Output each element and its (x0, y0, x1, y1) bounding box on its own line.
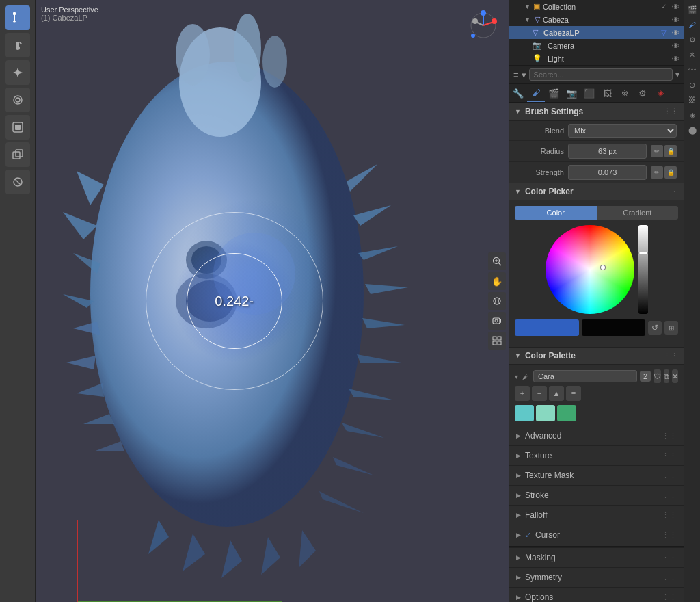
radius-pen-icon[interactable]: ✏ (651, 145, 663, 157)
svg-point-55 (472, 18, 478, 24)
outliner-collection[interactable]: ▼ ▣ Collection ✓ 👁 (509, 0, 684, 13)
palette-shield-btn[interactable]: 🛡 (654, 369, 661, 383)
outliner-cabezalp[interactable]: ▽ CabezaLP ▽ 👁 (509, 26, 684, 39)
viewport[interactable]: User Perspective (1) CabezaLP (36, 0, 509, 602)
tab-gradient[interactable]: Gradient (597, 206, 679, 220)
masking-header[interactable]: ▶ Masking ⋮⋮ (509, 548, 684, 567)
color-picker-dots: ⋮⋮ (663, 187, 678, 196)
color-picker-header[interactable]: ▼ Color Picker ⋮⋮ (509, 183, 684, 200)
stroke-header[interactable]: ▶ Stroke ⋮⋮ (509, 486, 684, 505)
texture-mask-header[interactable]: ▶ Texture Mask ⋮⋮ (509, 466, 684, 485)
masking-label: Masking (525, 553, 556, 562)
falloff-header[interactable]: ▶ Falloff ⋮⋮ (509, 506, 684, 525)
clone-tool[interactable] (5, 142, 30, 167)
outliner-light[interactable]: 💡 Light 👁 (509, 52, 684, 65)
color-action-button[interactable]: ⊞ (664, 321, 678, 335)
zoom-tool[interactable] (488, 252, 506, 270)
options-header[interactable]: ▶ Options ⋮⋮ (509, 588, 684, 602)
camera-eye[interactable]: 👁 (672, 42, 679, 50)
tab-particles[interactable]: ※ (616, 84, 634, 102)
paint-brush-tool[interactable] (5, 5, 30, 30)
strength-lock-icon[interactable]: 🔒 (664, 166, 677, 179)
color-wheel[interactable] (546, 225, 634, 314)
tab-scene[interactable]: 🎬 (545, 84, 563, 102)
search-input[interactable] (529, 68, 673, 81)
cursor-check[interactable]: ✓ (525, 531, 531, 540)
palette-color-3[interactable] (557, 405, 576, 421)
radius-label: Radius (516, 147, 564, 155)
outliner-cabeza[interactable]: ▼ ▽ Cabeza 👁 (509, 13, 684, 26)
tab-render[interactable]: 📷 (563, 84, 580, 102)
cursor-header[interactable]: ▶ ✓ Cursor ⋮⋮ (509, 525, 684, 545)
side-paint-icon[interactable]: 🖌 (686, 18, 699, 31)
filter-icon[interactable]: ▾ (522, 70, 526, 80)
fill-tool[interactable] (5, 115, 30, 140)
light-eye[interactable]: 👁 (672, 55, 679, 63)
palette-remove-btn[interactable]: − (532, 386, 547, 401)
palette-add-btn[interactable]: + (515, 386, 530, 401)
side-constraints-icon[interactable]: ⛓ (686, 93, 699, 107)
blend-select[interactable]: Mix Multiply Add (568, 124, 677, 138)
tab-physics[interactable]: ⚙ (634, 84, 651, 102)
brush-settings-header[interactable]: ▼ Brush Settings ⋮⋮ (509, 103, 684, 121)
cabeza-eye[interactable]: 👁 (672, 16, 679, 24)
svg-rect-69 (498, 341, 501, 345)
cabezalp-eye[interactable]: 👁 (672, 29, 679, 37)
search-dropdown[interactable]: ▾ (675, 70, 679, 79)
outliner-eye[interactable]: 👁 (672, 3, 679, 11)
color-swatches-row: ↺ ⊞ (515, 319, 678, 336)
strength-pen-icon[interactable]: ✏ (651, 166, 663, 179)
tab-data[interactable]: ◈ (651, 84, 669, 102)
tab-active[interactable]: 🖌 (527, 84, 545, 102)
secondary-color-swatch[interactable] (582, 319, 646, 336)
palette-list-btn[interactable]: ≡ (566, 386, 581, 401)
strength-field[interactable]: 0.073 (568, 165, 647, 180)
cabezalp-filter[interactable]: ▽ (661, 29, 667, 36)
texture-header[interactable]: ▶ Texture ⋮⋮ (509, 446, 684, 465)
advanced-header[interactable]: ▶ Advanced ⋮⋮ (509, 426, 684, 445)
expand-arrow-2[interactable]: ▼ (524, 16, 530, 23)
radius-field[interactable]: 63 px (568, 144, 647, 159)
view-icon[interactable]: ≡ (513, 70, 519, 80)
sculpt-tool[interactable] (5, 60, 30, 85)
expand-arrow[interactable]: ▼ (524, 3, 530, 10)
palette-color-1[interactable] (515, 405, 534, 421)
grid-tool[interactable] (488, 332, 506, 350)
blend-label: Blend (516, 127, 564, 135)
dropper-tool[interactable] (5, 33, 30, 57)
palette-dropdown-icon[interactable]: ▾ (515, 373, 518, 380)
palette-color-2[interactable] (536, 405, 555, 421)
side-particles-icon[interactable]: ※ (686, 48, 699, 62)
side-modifier-icon[interactable]: ⚙ (686, 33, 699, 47)
side-render-icon[interactable]: 🎬 (686, 3, 699, 16)
color-swap-button[interactable]: ↺ (648, 321, 662, 335)
palette-copy-btn[interactable]: ⧉ (664, 369, 669, 383)
tab-view[interactable]: 🖼 (598, 84, 616, 102)
palette-close-btn[interactable]: ✕ (672, 369, 678, 383)
smooth-tool[interactable] (5, 88, 30, 112)
side-data-icon[interactable]: ◈ (686, 108, 699, 122)
primary-color-swatch[interactable] (515, 319, 579, 336)
strength-row: Strength 0.073 ✏ 🔒 (509, 162, 684, 183)
tab-tools[interactable]: 🔧 (509, 84, 527, 102)
symmetry-header[interactable]: ▶ Symmetry ⋮⋮ (509, 568, 684, 587)
pan-tool[interactable]: ✋ (488, 272, 506, 290)
side-physics-icon[interactable]: 〰 (686, 63, 699, 77)
tab-color[interactable]: Color (515, 206, 597, 220)
erase-tool[interactable] (5, 170, 30, 194)
side-object-icon[interactable]: ⊙ (686, 78, 699, 92)
outliner-check[interactable]: ✓ (661, 3, 667, 10)
brightness-slider[interactable] (638, 225, 648, 314)
radius-lock-icon[interactable]: 🔒 (664, 145, 677, 157)
color-palette-header[interactable]: ▼ Color Palette ⋮⋮ (509, 347, 684, 365)
camera-tool[interactable] (488, 312, 506, 330)
orbit-tool[interactable] (488, 292, 506, 310)
side-material-icon[interactable]: ⬤ (686, 123, 699, 137)
tab-output[interactable]: ⬛ (580, 84, 598, 102)
stroke-triangle: ▶ (516, 492, 521, 499)
viewport-gizmo[interactable] (466, 8, 500, 42)
texture-section: ▶ Texture ⋮⋮ (509, 445, 684, 465)
palette-up-btn[interactable]: ▲ (549, 386, 564, 401)
palette-name-input[interactable] (533, 370, 637, 382)
outliner-camera[interactable]: 📷 Camera 👁 (509, 39, 684, 52)
